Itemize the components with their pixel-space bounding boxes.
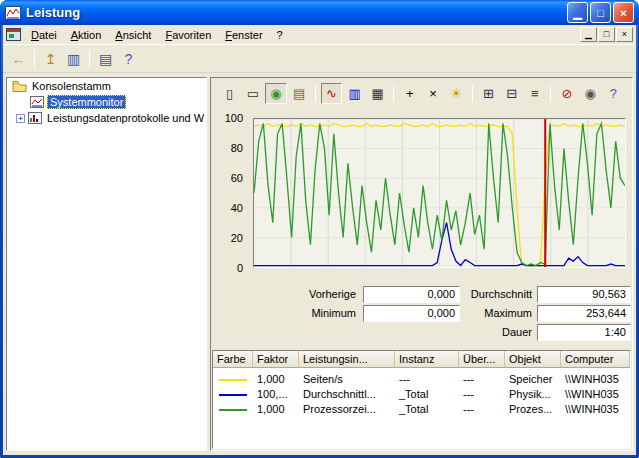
scale-cell: 1,000 bbox=[253, 402, 299, 417]
new-counter-set-button[interactable]: ▯ bbox=[219, 83, 240, 104]
show-hide-tree-button[interactable]: ▥ bbox=[62, 48, 85, 70]
help-icon: ? bbox=[125, 51, 133, 67]
window-title: Leistung bbox=[26, 5, 567, 20]
expand-icon[interactable]: + bbox=[16, 114, 25, 123]
paste-counter-list-button[interactable]: ⊟ bbox=[501, 83, 522, 104]
clear-display-icon: ▭ bbox=[247, 86, 259, 101]
tree-item-leistungsdatenprotokolle[interactable]: + Leistungsdatenprotokolle und W bbox=[7, 110, 206, 126]
object-cell: Physik... bbox=[505, 387, 561, 402]
parent-cell: --- bbox=[459, 372, 505, 387]
mdi-controls: ▁ □ × bbox=[580, 27, 634, 42]
clear-display-button[interactable]: ▭ bbox=[242, 83, 263, 104]
update-data-button[interactable]: ◉ bbox=[580, 83, 601, 104]
up-one-level-button[interactable]: ↥ bbox=[39, 48, 62, 70]
menubar: DateiAktionAnsichtFavoritenFenster? ▁ □ … bbox=[3, 25, 636, 45]
highlight-button[interactable]: ☀ bbox=[446, 83, 467, 104]
window-body: DateiAktionAnsichtFavoritenFenster? ▁ □ … bbox=[3, 25, 636, 455]
view-current-activity-button[interactable]: ◉ bbox=[265, 83, 286, 104]
help-icon: ? bbox=[610, 86, 617, 101]
export-list-icon: ▤ bbox=[99, 51, 112, 67]
freeze-display-button[interactable]: ⊘ bbox=[556, 83, 577, 104]
app-icon bbox=[5, 6, 21, 20]
menu-item-aktion[interactable]: Aktion bbox=[64, 27, 109, 43]
tree-item-label: Leistungsdatenprotokolle und W bbox=[45, 112, 206, 124]
view-histogram-button[interactable]: ▥ bbox=[344, 83, 365, 104]
up-one-level-icon: ↥ bbox=[45, 51, 57, 67]
stats-row-1: Vorherige 0,000 Durchschnitt 90,563 bbox=[211, 286, 632, 303]
performance-logs-icon bbox=[28, 112, 42, 124]
y-axis: 100806040200 bbox=[211, 111, 249, 275]
titlebar[interactable]: Leistung ▁ □ × bbox=[0, 0, 639, 25]
export-list-button[interactable]: ▤ bbox=[94, 48, 117, 70]
mdi-restore-button[interactable]: □ bbox=[598, 27, 615, 42]
duration-value: 1:40 bbox=[537, 324, 631, 341]
y-axis-tick-label: 40 bbox=[211, 201, 249, 215]
menu-item-favoriten[interactable]: Favoriten bbox=[158, 27, 218, 43]
tree-item-konsolenstamm[interactable]: Konsolenstamm bbox=[7, 78, 206, 94]
last-label: Vorherige bbox=[249, 286, 356, 303]
view-graph-button[interactable]: ∿ bbox=[321, 83, 342, 104]
tree-item-systemmonitor[interactable]: Systemmonitor bbox=[7, 94, 206, 110]
last-value: 0,000 bbox=[363, 286, 460, 303]
toolbar-separator bbox=[550, 85, 551, 102]
counter-table: Farbe Faktor Leistungsin... Instanz Über… bbox=[212, 350, 631, 449]
delete-counter-button[interactable]: × bbox=[423, 83, 444, 104]
view-report-icon: ▦ bbox=[372, 86, 384, 101]
menu-item-fenster[interactable]: Fenster bbox=[218, 27, 269, 43]
help-button[interactable]: ? bbox=[603, 83, 624, 104]
back-icon: ← bbox=[12, 51, 26, 67]
column-header-farbe[interactable]: Farbe bbox=[213, 351, 253, 368]
stats-row-2: Minimum 0,000 Maximum 253,644 bbox=[211, 305, 632, 322]
new-counter-set-icon: ▯ bbox=[226, 86, 233, 101]
instance-cell: _Total bbox=[395, 387, 459, 402]
view-log-data-button[interactable]: ▤ bbox=[289, 83, 310, 104]
counter-row-prozessorzeit[interactable]: 1,000 Prozessorzei... _Total --- Prozes.… bbox=[213, 402, 630, 417]
menu-items: DateiAktionAnsichtFavoritenFenster? bbox=[24, 27, 290, 43]
menu-item-datei[interactable]: Datei bbox=[24, 27, 64, 43]
content-area: Konsolenstamm Systemmonitor + Leistungsd… bbox=[3, 73, 636, 455]
back-button[interactable]: ← bbox=[7, 48, 30, 70]
y-axis-tick-label: 60 bbox=[211, 171, 249, 185]
column-header-instanz[interactable]: Instanz bbox=[395, 351, 459, 368]
average-label: Durchschnitt bbox=[464, 286, 532, 303]
mdi-minimize-button[interactable]: ▁ bbox=[580, 27, 597, 42]
menu-item-help[interactable]: ? bbox=[270, 27, 290, 43]
system-monitor-icon bbox=[30, 96, 44, 108]
copy-properties-button[interactable]: ⊞ bbox=[478, 83, 499, 104]
table-header-row: Farbe Faktor Leistungsin... Instanz Über… bbox=[213, 351, 630, 368]
highlight-icon: ☀ bbox=[450, 86, 462, 101]
copy-properties-icon: ⊞ bbox=[483, 86, 494, 101]
delete-counter-icon: × bbox=[429, 86, 437, 101]
mdi-close-button[interactable]: × bbox=[616, 27, 633, 42]
computer-cell: \\WINH035 bbox=[561, 387, 630, 402]
y-axis-tick-label: 100 bbox=[211, 111, 249, 125]
duration-label: Dauer bbox=[464, 324, 532, 341]
folder-icon bbox=[12, 80, 27, 92]
add-counter-button[interactable]: + bbox=[399, 83, 420, 104]
view-current-activity-icon: ◉ bbox=[270, 86, 281, 101]
properties-button[interactable]: ≡ bbox=[524, 83, 545, 104]
column-header-faktor[interactable]: Faktor bbox=[253, 351, 299, 368]
help-button[interactable]: ? bbox=[117, 48, 140, 70]
close-button[interactable]: × bbox=[613, 2, 634, 23]
menu-item-ansicht[interactable]: Ansicht bbox=[108, 27, 158, 43]
column-header-uebergeordnet[interactable]: Über... bbox=[459, 351, 505, 368]
column-header-leistungsindikator[interactable]: Leistungsin... bbox=[299, 351, 395, 368]
series-color-swatch bbox=[219, 379, 247, 381]
counter-row-seiten[interactable]: 1,000 Seiten/s --- --- Speicher \\WINH03… bbox=[213, 372, 630, 387]
view-report-button[interactable]: ▦ bbox=[367, 83, 388, 104]
maximize-button[interactable]: □ bbox=[590, 2, 611, 23]
performance-window: Leistung ▁ □ × DateiAktionAnsichtFavorit… bbox=[0, 0, 639, 458]
computer-cell: \\WINH035 bbox=[561, 402, 630, 417]
column-header-objekt[interactable]: Objekt bbox=[505, 351, 561, 368]
instance-cell: _Total bbox=[395, 402, 459, 417]
toolbar-separator bbox=[472, 85, 473, 102]
properties-icon: ≡ bbox=[531, 86, 539, 101]
toolbar-separator bbox=[89, 50, 90, 68]
counter-row-warteschlange[interactable]: 100,... Durchschnittl... _Total --- Phys… bbox=[213, 387, 630, 402]
minimize-button[interactable]: ▁ bbox=[567, 2, 588, 23]
show-hide-tree-icon: ▥ bbox=[67, 51, 80, 67]
add-counter-icon: + bbox=[406, 86, 414, 101]
column-header-computer[interactable]: Computer bbox=[561, 351, 630, 368]
paste-counter-list-icon: ⊟ bbox=[506, 86, 517, 101]
